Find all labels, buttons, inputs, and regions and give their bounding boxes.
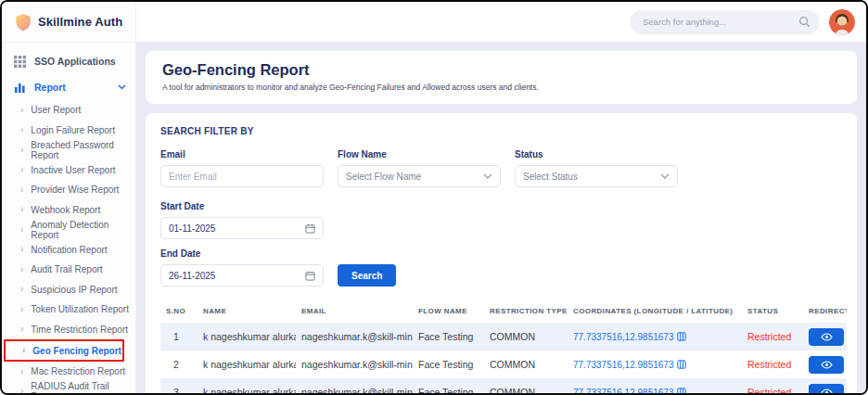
sidebar-subitem[interactable]: › Breached Password Report [2, 140, 135, 160]
table-header-cell: COORDINATES (LONGITUDE / LATITUDE) [568, 303, 742, 323]
table-header-cell: STATUS [742, 303, 803, 323]
cell-status: Restricted [742, 350, 803, 378]
sidebar-subitem-label: RADIUS Audit Trail Report [31, 381, 135, 395]
table-row: 2 k nageshkumar alurkar nageshkumar.k@sk… [160, 350, 847, 378]
sidebar-subitem[interactable]: › Mac Restriction Report [2, 362, 135, 382]
eye-icon [821, 333, 833, 341]
redirect-button[interactable] [809, 328, 844, 346]
page-header-card: Geo-Fencing Report A tool for administra… [146, 51, 857, 104]
table-header-cell: NAME [198, 303, 296, 323]
sidebar-subitem[interactable]: › Audit Trail Report [2, 260, 135, 280]
chevron-right-icon: › [20, 387, 23, 395]
end-date-label: End Date [160, 248, 324, 259]
filter-section-title: SEARCH FILTER BY [160, 126, 842, 136]
search-button[interactable]: Search [338, 264, 396, 287]
end-date-input[interactable] [169, 271, 305, 281]
email-label: Email [160, 149, 324, 159]
search-icon[interactable] [798, 16, 811, 28]
report-submenu: › User Report › Login Failure Report › B… [2, 100, 135, 395]
flow-name-select[interactable]: Select Flow Name [338, 165, 501, 187]
redirect-button[interactable] [809, 384, 844, 395]
map-icon[interactable] [677, 330, 686, 344]
start-date-field-group: Start Date [160, 201, 324, 239]
status-label: Status [515, 149, 678, 159]
table-header-row: S.NONAMEEMAILFLOW NAMERESTRICTION TYPECO… [160, 303, 847, 323]
table-header-cell: REDIRECT [803, 303, 847, 323]
email-input[interactable] [169, 172, 315, 182]
cell-redirect [803, 323, 847, 350]
chevron-right-icon: › [20, 265, 23, 274]
sidebar-subitem[interactable]: › Provider Wise Report [2, 180, 135, 200]
sidebar-subitem[interactable]: › Notification Report [2, 240, 135, 261]
cell-email: nageshkumar.k@skill-mine... [296, 323, 413, 350]
cell-name: k nageshkumar alurkar [198, 323, 296, 350]
cell-restriction-type: COMMON [484, 323, 568, 350]
cell-name: k nageshkumar alurkar [198, 350, 296, 378]
sidebar-subitem-label: Anomaly Detection Report [31, 220, 135, 240]
table-header-cell: RESTRICTION TYPE [484, 303, 568, 323]
chevron-down-icon [483, 173, 492, 179]
global-search[interactable] [630, 10, 820, 34]
chevron-down-icon [660, 173, 670, 179]
calendar-icon[interactable] [305, 271, 315, 281]
sidebar-subitem[interactable]: › Inactive User Report [2, 160, 135, 181]
topbar-right [136, 9, 866, 35]
calendar-icon[interactable] [305, 223, 315, 234]
sidebar-subitem[interactable]: › Suspicious IP Report [2, 280, 135, 300]
cell-redirect [803, 378, 847, 395]
cell-redirect [803, 350, 847, 378]
eye-icon [821, 361, 833, 369]
chevron-right-icon: › [20, 225, 23, 235]
sidebar-subitem[interactable]: › Anomaly Detection Report [2, 220, 135, 240]
table-header-cell: FLOW NAME [413, 303, 484, 323]
sidebar-subitem[interactable]: › Webhook Report [2, 200, 135, 221]
cell-status: Restricted [742, 323, 803, 350]
cell-status: Restricted [742, 378, 803, 395]
table-row: 3 k nageshkumar alurkar nageshkumar.k@sk… [160, 378, 847, 395]
flow-name-label: Flow Name [338, 149, 501, 159]
sidebar-item-sso-applications[interactable]: SSO Applications [2, 48, 135, 74]
sidebar-subitem-label: User Report [31, 105, 81, 115]
start-date-label: Start Date [160, 201, 324, 211]
filter-row-2: End Date Search [160, 248, 842, 287]
email-field-group: Email [160, 149, 324, 187]
redirect-button[interactable] [809, 356, 844, 374]
status-select-value: Select Status [523, 172, 578, 182]
chevron-right-icon: › [20, 205, 23, 214]
sidebar-subitem[interactable]: › User Report [2, 100, 135, 121]
page-subtitle: A tool for administrators to monitor and… [162, 83, 840, 92]
cell-sno: 3 [160, 378, 198, 395]
table-body: 1 k nageshkumar alurkar nageshkumar.k@sk… [160, 323, 847, 395]
status-select[interactable]: Select Status [515, 165, 678, 187]
main-content: Geo-Fencing Report A tool for administra… [136, 43, 866, 395]
sidebar-subitem-label: Inactive User Report [31, 165, 115, 175]
app-window: Skillmine Auth [0, 0, 868, 395]
start-date-input[interactable] [169, 223, 305, 234]
sidebar-item-report[interactable]: Report [2, 74, 135, 100]
grid-icon [14, 56, 26, 68]
status-field-group: Status Select Status [515, 149, 678, 187]
map-icon[interactable] [677, 358, 686, 372]
page-title: Geo-Fencing Report [162, 61, 840, 79]
cell-sno: 1 [160, 323, 198, 350]
sidebar-subitem-label: Login Failure Report [31, 125, 115, 135]
global-search-input[interactable] [643, 17, 798, 27]
coordinates-link[interactable]: 77.7337516,12.9851673 [573, 332, 673, 342]
sidebar-subitem[interactable]: › Token Utilization Report [2, 299, 135, 320]
brand-logo-area[interactable]: Skillmine Auth [2, 2, 136, 42]
user-avatar[interactable] [829, 9, 855, 35]
map-icon[interactable] [677, 386, 686, 395]
sidebar: SSO Applications Report › User Report [2, 43, 136, 395]
chevron-right-icon: › [20, 305, 23, 314]
flow-name-field-group: Flow Name Select Flow Name [338, 149, 501, 187]
sidebar-subitem-label: Suspicious IP Report [31, 285, 117, 295]
sidebar-subitem[interactable]: › Geo Fencing Report [4, 339, 124, 362]
cell-coordinates: 77.7337516,12.9851673 [568, 323, 742, 350]
chevron-right-icon: › [22, 346, 25, 355]
coordinates-link[interactable]: 77.7337516,12.9851673 [573, 360, 673, 370]
cell-email: nageshkumar.k@skill-mine... [296, 378, 413, 395]
sidebar-subitem[interactable]: › Time Restriction Report [2, 320, 135, 340]
sidebar-subitem[interactable]: › Login Failure Report [2, 121, 135, 141]
sidebar-subitem[interactable]: › RADIUS Audit Trail Report [2, 382, 135, 395]
coordinates-link[interactable]: 77.7337516,12.9851673 [573, 388, 673, 395]
